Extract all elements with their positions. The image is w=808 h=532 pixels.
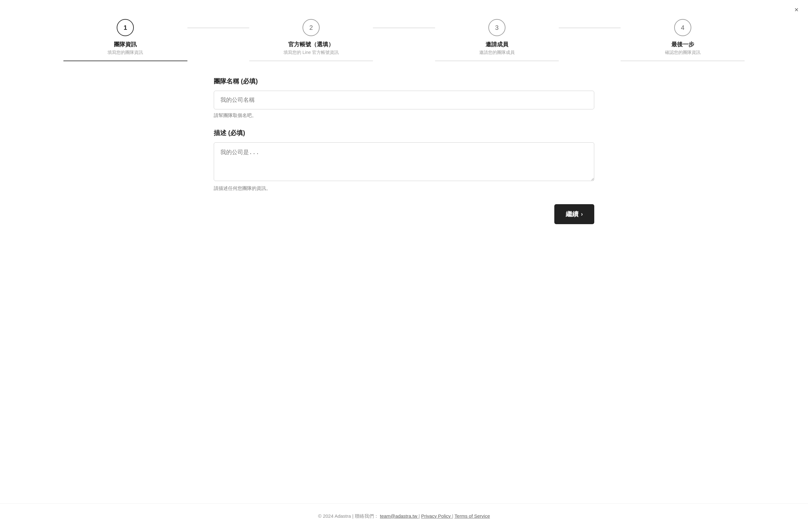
description-hint: 請描述任何您團隊的資訊。 [214,185,594,191]
team-name-hint: 請幫團隊取個名吧。 [214,113,594,118]
connector-2-3 [373,27,435,28]
step-1-underline [63,60,187,61]
main-content: 1 團隊資訊 填寫您的團隊資訊 2 官方帳號（選填） 填寫您的 Line 官方帳… [0,0,808,503]
chevron-right-icon: › [581,211,583,218]
form-section: 團隊名稱 (必填) 請幫團隊取個名吧。 描述 (必填) 請描述任何您團隊的資訊。… [214,77,594,224]
step-3: 3 邀請成員 邀請您的團隊成員 [435,19,559,61]
step-3-subtitle: 邀請您的團隊成員 [479,50,515,55]
step-1: 1 團隊資訊 填寫您的團隊資訊 [63,19,187,61]
step-4: 4 最後一步 確認您的團隊資訊 [621,19,745,61]
stepper: 1 團隊資訊 填寫您的團隊資訊 2 官方帳號（選填） 填寫您的 Line 官方帳… [63,19,745,61]
step-4-underline [621,60,745,61]
step-2-circle: 2 [302,19,320,36]
step-2-underline [249,60,373,61]
step-1-title: 團隊資訊 [114,41,137,48]
team-name-label: 團隊名稱 (必填) [214,77,594,86]
footer-terms-of-service-link[interactable]: Terms of Service [455,513,490,519]
team-name-field-group: 團隊名稱 (必填) 請幫團隊取個名吧。 [214,77,594,118]
continue-button[interactable]: 繼續 › [554,204,594,224]
step-2-title: 官方帳號（選填） [288,41,334,48]
team-name-input[interactable] [214,91,594,109]
connector-3-4 [559,27,621,28]
step-4-title: 最後一步 [671,41,694,48]
step-2-subtitle: 填寫您的 Line 官方帳號資訊 [283,50,339,55]
step-2: 2 官方帳號（選填） 填寫您的 Line 官方帳號資訊 [249,19,373,61]
description-field-group: 描述 (必填) 請描述任何您團隊的資訊。 [214,129,594,191]
step-3-underline [435,60,559,61]
step-3-title: 邀請成員 [485,41,508,48]
footer-copyright: © 2024 Adastra | 聯絡我們： [318,513,379,519]
step-3-circle: 3 [488,19,506,36]
footer-separator-1: | [419,513,421,519]
step-1-circle: 1 [117,19,134,36]
step-4-circle: 4 [674,19,691,36]
footer-email-link[interactable]: team@adastra.tw [380,513,419,519]
step-1-subtitle: 填寫您的團隊資訊 [108,50,143,55]
description-label: 描述 (必填) [214,129,594,137]
step-4-subtitle: 確認您的團隊資訊 [665,50,700,55]
footer: © 2024 Adastra | 聯絡我們： team@adastra.tw |… [0,503,808,532]
connector-1-2 [187,27,249,28]
description-input[interactable] [214,142,594,181]
close-button[interactable]: × [794,6,798,13]
footer-privacy-policy-link[interactable]: Privacy Policy [421,513,452,519]
